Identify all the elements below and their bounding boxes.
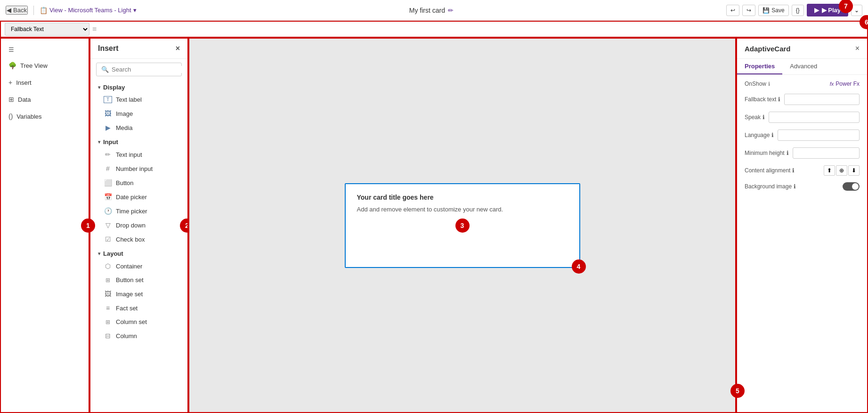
chevron-icon: ⌄ [854,7,859,14]
align-center-button[interactable]: ⊕ [836,165,847,176]
code-label: {} [796,7,800,14]
back-button[interactable]: ◀ Back [6,6,28,15]
hamburger-menu-icon[interactable]: ☰ [1,42,89,57]
sidebar-item-data[interactable]: ⊞ Data [1,91,89,108]
insert-item-fact-set[interactable]: ≡ Fact set [90,301,187,315]
treeview-label: Tree View [20,62,48,69]
content-align-row: Content alignment ℹ ⬆ ⊕ ⬇ [745,165,860,176]
right-panel-close-button[interactable]: × [855,44,860,53]
section-layout[interactable]: ▾ Layout [90,246,187,259]
speak-row: Speak ℹ [745,112,860,123]
power-fx-icon: fx [830,81,834,87]
variables-icon: () [8,113,13,120]
redo-button[interactable]: ↪ [742,5,755,16]
text-input-label: Text input [116,151,142,158]
align-bottom-button[interactable]: ⬇ [848,165,860,176]
view-label: View - Microsoft Teams - Light [49,7,131,14]
play-button-wrap: 7 ▶ ▶ Play [807,4,848,16]
view-selector[interactable]: 📋 View - Microsoft Teams - Light ▾ [40,7,137,14]
sidebar-item-treeview[interactable]: 🌳 Tree View [1,57,89,74]
badge-4: 4 [572,259,586,274]
formula-bar: 6 Fallback Text = [0,21,868,38]
badge-1: 1 [81,219,95,233]
section-input[interactable]: ▾ Input [90,135,187,147]
layout-chevron-icon: ▾ [98,251,100,256]
layout-section-label: Layout [103,250,123,257]
drop-down-icon: ▽ [104,221,112,229]
fallback-text-label: Fallback text ℹ [745,96,780,103]
insert-item-text-input[interactable]: ✏ Text input [90,147,187,162]
undo-icon: ↩ [730,7,735,14]
button-set-icon: ⊞ [104,277,112,283]
bg-image-info-icon: ℹ [794,183,796,190]
code-button[interactable]: {} [792,5,804,16]
input-section-label: Input [103,138,118,146]
insert-item-number-input[interactable]: # Number input [90,162,187,176]
undo-button[interactable]: ↩ [726,5,739,16]
insert-item-check-box[interactable]: ☑ Check box [90,232,187,246]
insert-icon: + [8,79,12,86]
display-section-label: Display [103,84,125,91]
content-align-label: Content alignment ℹ [745,167,795,174]
insert-item-drop-down[interactable]: ▽ Drop down [90,218,187,232]
speak-input[interactable] [769,112,860,123]
save-button[interactable]: 💾 Save [758,5,788,16]
sidebar-item-variables[interactable]: () Variables [1,108,89,125]
chevron-down-icon: ▾ [133,7,137,14]
button-icon: ⬜ [104,179,112,186]
formula-selector[interactable]: Fallback Text [5,23,89,36]
speak-info-icon: ℹ [763,114,765,121]
language-input[interactable] [778,130,860,141]
insert-item-text-label[interactable]: T Text label [90,93,187,106]
insert-item-button-set[interactable]: ⊞ Button set [90,273,187,287]
insert-item-time-picker[interactable]: 🕐 Time picker [90,204,187,218]
date-picker-label: Date picker [116,194,147,201]
bg-image-toggle[interactable] [843,182,860,191]
onshow-power-fx[interactable]: fx Power Fx [830,81,860,87]
insert-item-media[interactable]: ▶ Media [90,121,187,135]
image-icon: 🖼 [104,110,112,117]
insert-panel-header: Insert × [90,39,187,59]
save-label: Save [771,7,784,14]
main-layout: 1 ☰ 🌳 Tree View + Insert ⊞ Data () Varia… [0,38,868,413]
tab-properties[interactable]: Properties [737,59,782,74]
insert-item-image-set[interactable]: 🖼 Image set [90,287,187,301]
text-label-icon: T [104,96,112,103]
section-display[interactable]: ▾ Display [90,80,187,93]
insert-item-image[interactable]: 🖼 Image [90,106,187,121]
language-label: Language ℹ [745,132,774,138]
play-label: ▶ Play [822,7,841,14]
insert-item-column[interactable]: ⊟ Column [90,329,187,343]
min-height-info-icon: ℹ [787,150,789,156]
edit-card-name-icon[interactable]: ✏ [448,7,454,14]
text-input-icon: ✏ [104,151,112,158]
fallback-text-input[interactable] [784,94,860,105]
insert-item-container[interactable]: ⬡ Container [90,259,187,273]
search-input[interactable] [112,66,188,73]
insert-item-column-set[interactable]: ⊞ Column set [90,315,187,329]
min-height-value [793,147,860,159]
sidebar-item-insert[interactable]: + Insert [1,74,89,91]
align-top-button[interactable]: ⬆ [824,165,835,176]
fact-set-label: Fact set [116,305,138,312]
min-height-input[interactable] [793,147,860,159]
treeview-icon: 🌳 [8,62,16,69]
insert-item-date-picker[interactable]: 📅 Date picker [90,190,187,204]
insert-label: Insert [16,79,32,86]
insert-close-button[interactable]: × [176,44,180,53]
tab-advanced[interactable]: Advanced [782,59,825,74]
formula-separator: = [92,25,97,33]
back-label: Back [13,7,27,14]
display-chevron-icon: ▾ [98,85,100,90]
column-icon: ⊟ [104,332,112,340]
data-label: Data [18,96,31,103]
date-picker-icon: 📅 [104,193,112,201]
insert-item-button[interactable]: ⬜ Button [90,176,187,190]
top-bar-left: ◀ Back 📋 View - Microsoft Teams - Light … [6,6,137,15]
insert-search-box: 🔍 [96,63,182,76]
column-label: Column [116,332,137,340]
image-set-label: Image set [116,291,143,298]
formula-input[interactable] [99,24,863,35]
container-label: Container [116,263,142,270]
bg-image-label: Background image ℹ [745,183,796,190]
